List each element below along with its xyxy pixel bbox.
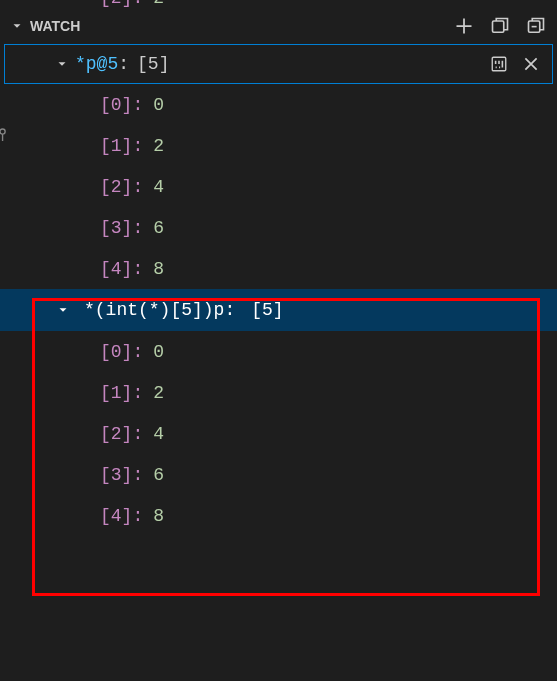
- watch-expression-label: *(int(*)[5])p:: [84, 300, 235, 320]
- array-row[interactable]: [4]: 8: [0, 495, 557, 536]
- view-binary-icon[interactable]: [488, 53, 510, 75]
- array-row[interactable]: [3]: 6: [0, 207, 557, 248]
- array-index: [2]:: [100, 424, 143, 444]
- array-value: 2: [153, 383, 164, 403]
- array-row[interactable]: [1]: 2: [0, 125, 557, 166]
- array-row[interactable]: [4]: 8: [0, 248, 557, 289]
- close-all-button[interactable]: [525, 15, 547, 37]
- array-index: [3]:: [100, 465, 143, 485]
- remove-expression-button[interactable]: [520, 53, 542, 75]
- array-index: [2]:: [100, 177, 143, 197]
- section-title: WATCH: [30, 18, 80, 34]
- watch-expression-row-selected[interactable]: *(int(*)[5])p: [5]: [0, 289, 557, 331]
- array-value: 6: [153, 218, 164, 238]
- array-index: [0]:: [100, 95, 143, 115]
- partial-array-row: [2]: 2: [0, 0, 557, 8]
- collapse-all-button[interactable]: [489, 15, 511, 37]
- add-expression-button[interactable]: [453, 15, 475, 37]
- watch-expression-row[interactable]: *p@5: [5]: [4, 44, 553, 84]
- array-value: 8: [153, 506, 164, 526]
- chevron-down-icon: [55, 57, 75, 71]
- array-index: [1]:: [100, 136, 143, 156]
- watch-expression-value: [5]: [137, 54, 169, 74]
- array-index: [4]:: [100, 506, 143, 526]
- array-row[interactable]: [1]: 2: [0, 372, 557, 413]
- watch-toolbar: [453, 15, 547, 37]
- array-row[interactable]: [2]: 4: [0, 166, 557, 207]
- array-index: [0]:: [100, 342, 143, 362]
- watch-expression-value: [5]: [251, 300, 283, 320]
- array-row[interactable]: [2]: 4: [0, 413, 557, 454]
- sidebar-drag-indicator: [0, 120, 12, 150]
- watch-section-header[interactable]: WATCH: [0, 8, 557, 44]
- array-value: 6: [153, 465, 164, 485]
- array-value: 8: [153, 259, 164, 279]
- watch-expression-label: *p@5:: [75, 54, 129, 74]
- array-value: 4: [153, 177, 164, 197]
- array-index: [3]:: [100, 218, 143, 238]
- svg-rect-0: [493, 21, 504, 32]
- array-index: [2]:: [100, 0, 143, 8]
- array-row[interactable]: [0]: 0: [0, 331, 557, 372]
- array-value: 4: [153, 424, 164, 444]
- array-value: 2: [153, 0, 164, 8]
- chevron-down-icon: [10, 19, 30, 33]
- array-index: [1]:: [100, 383, 143, 403]
- array-index: [4]:: [100, 259, 143, 279]
- array-value: 0: [153, 342, 164, 362]
- array-row[interactable]: [0]: 0: [0, 84, 557, 125]
- array-value: 0: [153, 95, 164, 115]
- array-row[interactable]: [3]: 6: [0, 454, 557, 495]
- array-value: 2: [153, 136, 164, 156]
- chevron-down-icon: [56, 303, 76, 317]
